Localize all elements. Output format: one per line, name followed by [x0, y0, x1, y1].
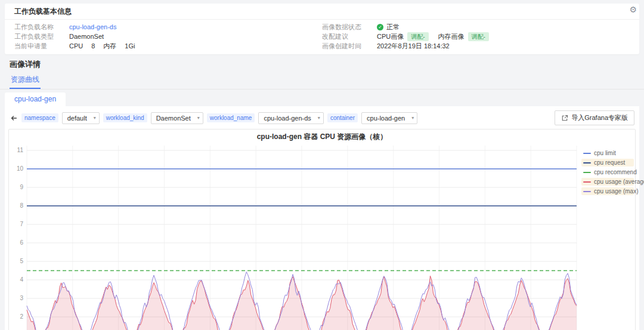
page: ⚙ 工作负载基本信息 工作负载名称 cpu-load-gen-ds 工作负载类型…	[0, 0, 644, 330]
cpu-profile-label: CPU画像	[377, 32, 404, 41]
status-check-icon: ✓	[377, 24, 383, 30]
panel-left-column: 工作负载名称 cpu-load-gen-ds 工作负载类型 DaemonSet …	[14, 22, 322, 51]
legend-label-cpu-recommend: cpu recommend	[594, 169, 637, 175]
profile-created-label: 画像创建时间	[322, 42, 377, 51]
profile-status-label: 画像数据状态	[322, 23, 377, 32]
legend-label-cpu-request: cpu request	[594, 159, 625, 166]
profile-created-value: 2022年8月19日 18:14:32	[377, 42, 450, 51]
workload-name-link[interactable]: cpu-load-gen-ds	[69, 23, 117, 30]
legend-item-cpu-limit[interactable]: cpu limit	[581, 149, 634, 157]
tab-resource-curve[interactable]: 资源曲线	[10, 72, 41, 89]
svg-text:6: 6	[20, 239, 23, 246]
workload-name-label: 工作负载名称	[14, 23, 69, 32]
namespace-select-value: default	[67, 115, 87, 122]
chart-legend: cpu limit cpu request cpu recommend cpu …	[581, 142, 634, 330]
detail-section-title: 画像详情	[10, 59, 644, 70]
panel-right-column: 画像数据状态 ✓ 正常 改配建议 CPU画像 调配- 内存画像 调配- 画像创建…	[322, 22, 630, 51]
svg-text:3: 3	[20, 295, 23, 301]
mem-profile-label: 内存画像	[438, 32, 465, 41]
filter-label-workload-name: workload_name	[207, 113, 255, 122]
row-current-request: 当前申请量 CPU 8 内存 1Gi	[14, 41, 322, 51]
chevron-down-icon: ▾	[197, 115, 200, 121]
svg-text:4: 4	[20, 276, 23, 283]
legend-marker-cpu-limit	[583, 153, 591, 154]
workload-name-select-value: cpu-load-gen-ds	[264, 115, 311, 122]
legend-marker-cpu-usage-max	[583, 191, 591, 192]
chart-plot-area[interactable]: 1234567891011	[9, 142, 581, 330]
svg-text:11: 11	[17, 147, 24, 153]
curve-card: namespace default ▾ workload_kind Daemon…	[5, 106, 639, 330]
grafana-export-button[interactable]: 导入Grafana专家版	[555, 110, 634, 125]
chart-title: cpu-load-gen 容器 CPU 资源画像（核）	[9, 129, 635, 142]
svg-text:2: 2	[20, 313, 23, 320]
legend-label-cpu-usage-max: cpu usage (max)	[594, 188, 638, 195]
legend-item-cpu-recommend[interactable]: cpu recommend	[581, 168, 634, 176]
filter-label-workload-kind: workload_kind	[103, 113, 147, 122]
panel-body: 工作负载名称 cpu-load-gen-ds 工作负载类型 DaemonSet …	[5, 20, 639, 54]
grafana-button-label: 导入Grafana专家版	[571, 113, 628, 122]
request-cpu-value: 8	[91, 42, 95, 50]
legend-marker-cpu-request	[583, 162, 591, 164]
workload-type-label: 工作负载类型	[14, 32, 69, 41]
legend-label-cpu-limit: cpu limit	[594, 150, 616, 156]
filter-bar: namespace default ▾ workload_kind Daemon…	[8, 109, 636, 129]
legend-item-cpu-request[interactable]: cpu request	[581, 159, 634, 166]
workload-kind-select[interactable]: DaemonSet ▾	[151, 112, 203, 124]
chart-body: 1234567891011 cpu limit cpu request cpu …	[9, 142, 635, 330]
container-select[interactable]: cpu-load-gen ▾	[361, 112, 417, 124]
chevron-down-icon: ▾	[94, 115, 96, 121]
request-cpu-label: CPU	[69, 42, 83, 50]
mem-profile-badge[interactable]: 调配-	[468, 32, 489, 41]
row-workload-type: 工作负载类型 DaemonSet	[14, 32, 322, 41]
row-reconfig-suggestion: 改配建议 CPU画像 调配- 内存画像 调配-	[322, 32, 630, 41]
container-select-value: cpu-load-gen	[367, 115, 405, 122]
tab-cpu-load-gen[interactable]: cpu-load-gen	[5, 92, 66, 106]
workload-type-value: DaemonSet	[69, 33, 104, 40]
workload-info-panel: 工作负载基本信息 工作负载名称 cpu-load-gen-ds 工作负载类型 D…	[5, 4, 639, 54]
settings-gear-icon[interactable]: ⚙	[629, 5, 637, 14]
cpu-chart-svg: 1234567891011	[9, 142, 581, 330]
filter-label-container: container	[327, 113, 358, 122]
request-mem-label: 内存	[103, 42, 116, 51]
row-workload-name: 工作负载名称 cpu-load-gen-ds	[14, 22, 322, 32]
svg-text:10: 10	[17, 165, 24, 172]
svg-text:8: 8	[20, 202, 23, 209]
profile-status-value: 正常	[386, 23, 400, 32]
current-request-label: 当前申请量	[14, 42, 69, 51]
svg-text:7: 7	[20, 221, 23, 227]
svg-text:9: 9	[20, 184, 23, 190]
cpu-profile-badge[interactable]: 调配-	[407, 32, 428, 41]
legend-item-cpu-usage-average[interactable]: cpu usage (average)	[581, 178, 634, 186]
legend-item-cpu-usage-max[interactable]: cpu usage (max)	[581, 187, 634, 195]
suggestion-label: 改配建议	[322, 32, 377, 41]
legend-marker-cpu-usage-average	[583, 181, 591, 183]
cpu-profile-chart-card: cpu-load-gen 容器 CPU 资源画像（核） 123456789101…	[8, 129, 636, 330]
filter-label-namespace: namespace	[21, 113, 58, 122]
namespace-select[interactable]: default ▾	[62, 112, 100, 124]
panel-title: 工作负载基本信息	[5, 4, 639, 20]
legend-label-cpu-usage-average: cpu usage (average)	[594, 178, 644, 185]
row-profile-created: 画像创建时间 2022年8月19日 18:14:32	[322, 41, 630, 51]
chevron-down-icon: ▾	[411, 115, 414, 121]
back-arrow-icon[interactable]	[10, 114, 18, 122]
detail-tabs: 资源曲线	[0, 72, 644, 90]
request-mem-value: 1Gi	[125, 42, 135, 50]
chevron-down-icon: ▾	[318, 115, 320, 121]
workload-name-select[interactable]: cpu-load-gen-ds ▾	[258, 112, 324, 124]
external-link-icon	[561, 115, 568, 122]
svg-text:5: 5	[20, 258, 23, 264]
workload-kind-select-value: DaemonSet	[156, 115, 191, 122]
row-profile-status: 画像数据状态 ✓ 正常	[322, 22, 630, 32]
legend-marker-cpu-recommend	[583, 172, 591, 173]
